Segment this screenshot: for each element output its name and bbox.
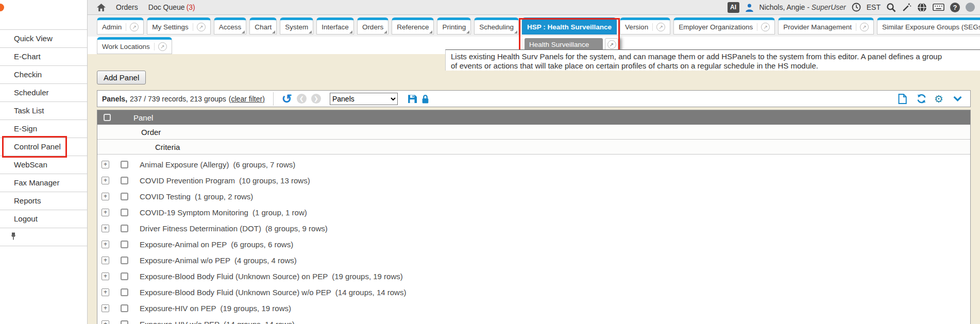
sidebar-item-e-sign[interactable]: E-Sign: [0, 120, 87, 138]
open-in-new-icon[interactable]: [656, 23, 665, 31]
tab-access[interactable]: Access: [214, 18, 247, 35]
row-checkbox[interactable]: [121, 304, 128, 312]
table-row[interactable]: Exposure-HIV w/o PEP(14 groups, 14 rows): [97, 316, 970, 324]
tab-admin[interactable]: Admin: [97, 18, 144, 35]
expand-icon[interactable]: [102, 225, 109, 232]
expand-icon[interactable]: [102, 209, 109, 216]
gear-icon[interactable]: ⚙: [934, 94, 943, 104]
row-checkbox[interactable]: [121, 209, 128, 216]
table-row[interactable]: Driver Fitness Determination (DOT)(8 gro…: [97, 220, 970, 236]
tab-scheduling[interactable]: Scheduling: [474, 18, 519, 35]
open-in-new-icon[interactable]: [197, 23, 206, 31]
lock-icon[interactable]: [421, 94, 429, 104]
new-record-icon[interactable]: [898, 94, 907, 104]
row-checkbox[interactable]: [121, 272, 128, 280]
expand-icon[interactable]: [102, 193, 109, 200]
main-area: Admin My Settings Access Chart System In…: [88, 15, 980, 324]
expand-icon[interactable]: [102, 241, 109, 248]
tab-reference[interactable]: Reference: [392, 18, 434, 35]
tab-hsp-health-surveillance[interactable]: HSP : Health Surveillance Health Surveil…: [522, 18, 617, 35]
expand-icon[interactable]: [102, 288, 109, 296]
sidebar-item-logout[interactable]: Logout: [0, 210, 87, 228]
row-checkbox[interactable]: [121, 241, 128, 248]
search-icon[interactable]: [886, 3, 896, 12]
open-in-new-icon[interactable]: [860, 23, 869, 31]
sidebar-item-quick-view[interactable]: Quick View: [0, 30, 87, 48]
doc-queue-link[interactable]: Doc Queue(3): [148, 3, 195, 11]
keyboard-icon[interactable]: [933, 3, 944, 11]
open-in-new-icon[interactable]: [761, 23, 770, 31]
add-panel-button[interactable]: Add Panel: [97, 71, 146, 84]
clock-icon[interactable]: [852, 3, 861, 12]
table-row[interactable]: Exposure-Blood Body Fluid (Unknown Sourc…: [97, 284, 970, 300]
expand-icon[interactable]: [102, 272, 109, 280]
orders-link[interactable]: Orders: [116, 3, 138, 11]
user-icon[interactable]: [745, 3, 754, 12]
save-icon[interactable]: [408, 94, 417, 104]
globe-icon[interactable]: [917, 3, 927, 12]
row-checkbox[interactable]: [121, 288, 128, 296]
sidebar-item-checkin[interactable]: Checkin: [0, 66, 87, 84]
undo-icon[interactable]: ↺: [282, 94, 292, 104]
expand-icon[interactable]: [102, 320, 109, 324]
table-row[interactable]: Exposure-HIV on PEP(19 groups, 19 rows): [97, 300, 970, 316]
sidebar-item-webscan[interactable]: WebScan: [0, 156, 87, 174]
sidebar-item-e-chart[interactable]: E-Chart: [0, 48, 87, 66]
home-icon[interactable]: [97, 4, 106, 11]
user-name[interactable]: Nichols, Angie- SuperUser: [759, 3, 846, 11]
row-checkbox[interactable]: [121, 225, 128, 232]
expand-icon[interactable]: [102, 257, 109, 264]
timezone-label: EST: [867, 3, 881, 11]
collapse-chevron-icon[interactable]: [953, 96, 962, 101]
table-row[interactable]: COVID-19 Symptom Monitoring(1 group, 1 r…: [97, 204, 970, 220]
row-checkbox[interactable]: [121, 320, 128, 324]
table-row[interactable]: Animal Exposure (Allergy)(6 groups, 7 ro…: [97, 157, 970, 173]
expand-icon[interactable]: [102, 161, 109, 168]
tab-similar-exposure-groups[interactable]: Similar Exposure Groups (SEGs): [877, 18, 980, 35]
tab-version[interactable]: Version: [620, 18, 670, 35]
sidebar-item-fax-manager[interactable]: Fax Manager: [0, 174, 87, 192]
tab-my-settings[interactable]: My Settings: [147, 18, 211, 35]
sidebar-item-control-panel[interactable]: Control Panel: [0, 138, 87, 156]
nav-forward-icon[interactable]: ❯: [311, 94, 321, 104]
row-checkbox[interactable]: [121, 161, 128, 168]
table-row[interactable]: Exposure-Animal w/o PEP(4 groups, 4 rows…: [97, 252, 970, 268]
tab-chart[interactable]: Chart: [249, 18, 277, 35]
tab-printing[interactable]: Printing: [437, 18, 471, 35]
refresh-icon[interactable]: [917, 94, 926, 104]
tab-system[interactable]: System: [280, 18, 313, 35]
sidebar-item-task-list[interactable]: Task List: [0, 102, 87, 120]
doc-queue-count: (3): [187, 3, 195, 11]
table-row[interactable]: Exposure-Animal on PEP(6 groups, 6 rows): [97, 236, 970, 252]
pin-icon[interactable]: [10, 232, 16, 243]
presence-icon: [966, 3, 975, 12]
tab-employer-organizations[interactable]: Employer Organizations: [673, 18, 775, 35]
select-all-checkbox[interactable]: [104, 114, 111, 121]
menu-item-health-surveillance[interactable]: Health Surveillance: [525, 38, 603, 51]
clear-filter-link[interactable]: (clear filter): [229, 95, 265, 103]
wand-icon[interactable]: [902, 3, 911, 12]
tab-interface[interactable]: Interface: [316, 18, 354, 35]
content-area: Add Panel Panels, 237 / 739 records, 213…: [88, 54, 980, 324]
table-row[interactable]: COVID Testing(1 group, 2 rows): [97, 189, 970, 204]
tab-orders[interactable]: Orders: [357, 18, 388, 35]
table-row[interactable]: COVID Prevention Program(10 groups, 13 r…: [97, 173, 970, 189]
open-in-new-icon[interactable]: [130, 23, 139, 31]
row-checkbox[interactable]: [121, 257, 128, 264]
expand-icon[interactable]: [102, 304, 109, 312]
column-header-panel: Panel: [133, 113, 153, 122]
open-in-new-icon[interactable]: [158, 42, 167, 51]
tab-work-locations[interactable]: Work Locations: [97, 37, 172, 54]
table-row[interactable]: Exposure-Blood Body Fluid (Unknown Sourc…: [97, 268, 970, 284]
view-select[interactable]: Panels: [330, 93, 398, 105]
row-checkbox[interactable]: [121, 193, 128, 200]
expand-icon[interactable]: [102, 177, 109, 184]
ai-badge: AI: [728, 2, 739, 13]
nav-back-icon[interactable]: ❮: [297, 94, 307, 104]
help-icon[interactable]: ?: [950, 3, 960, 12]
open-in-new-icon[interactable]: [605, 38, 618, 51]
row-checkbox[interactable]: [121, 177, 128, 184]
sidebar-item-reports[interactable]: Reports: [0, 192, 87, 210]
sidebar-item-scheduler[interactable]: Scheduler: [0, 84, 87, 102]
tab-provider-management[interactable]: Provider Management: [778, 18, 874, 35]
